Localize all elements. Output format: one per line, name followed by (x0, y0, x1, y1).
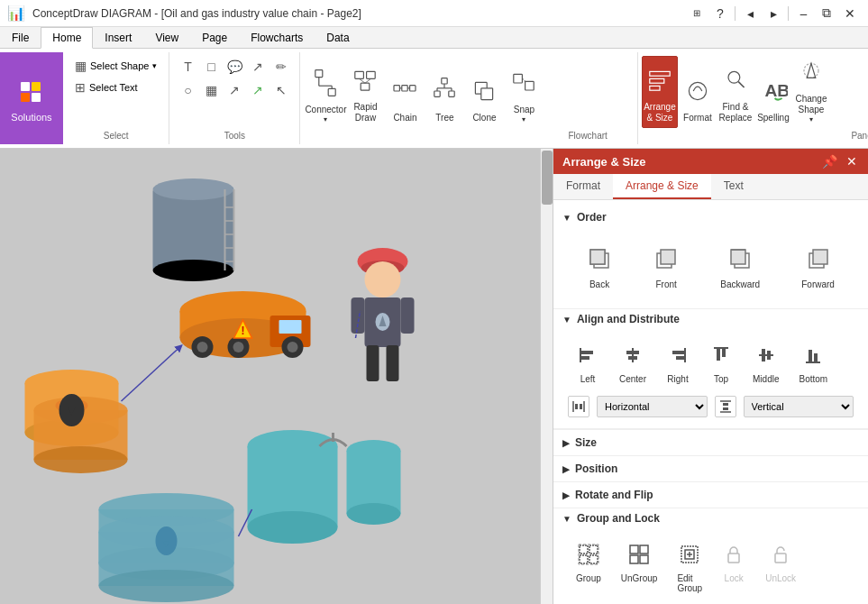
tab-view[interactable]: View (143, 27, 190, 49)
distribute-h-select[interactable]: Horizontal Vertical (597, 396, 708, 417)
group-section-header[interactable]: ▼ Group and Lock (553, 508, 868, 528)
tab-insert[interactable]: Insert (93, 27, 143, 49)
tool-grid-btn[interactable]: ▦ (200, 79, 222, 101)
arrange-size-btn[interactable]: Arrange& Size (642, 56, 678, 128)
rapid-draw-btn[interactable]: RapidDraw (347, 56, 383, 128)
format-btn[interactable]: Format (680, 56, 716, 128)
position-section: ▶ Position (553, 455, 868, 481)
nav-back-btn[interactable]: ◂ (739, 3, 761, 24)
order-backward-btn[interactable]: Backward (712, 242, 768, 294)
tool-callout-btn[interactable]: 💬 (224, 56, 245, 78)
tool-curve-btn[interactable]: ↗ (247, 79, 269, 101)
align-top-btn[interactable]: Top (701, 340, 741, 389)
svg-rect-3 (32, 93, 41, 102)
align-center-btn[interactable]: Center (611, 340, 654, 389)
find-replace-btn[interactable]: Find &Replace (717, 56, 754, 128)
help-btn[interactable]: ? (709, 3, 731, 24)
align-right-btn[interactable]: Right (658, 340, 698, 389)
rotate-section-header[interactable]: ▶ Rotate and Flip (553, 482, 868, 508)
order-back-btn[interactable]: Back (579, 242, 620, 294)
tool-ellipse-btn[interactable]: ○ (177, 79, 198, 101)
panel-pin-btn[interactable]: 📌 (820, 154, 839, 169)
edit-group-btn[interactable]: EditGroup (669, 539, 710, 598)
align-top-icon (710, 344, 732, 371)
svg-rect-15 (402, 86, 407, 91)
distribute-h-icon (568, 396, 589, 417)
unlock-btn[interactable]: UnLock (757, 539, 804, 598)
svg-point-35 (728, 71, 740, 83)
order-front-btn[interactable]: Front (645, 242, 687, 294)
connector-btn[interactable]: Connector ▾ (307, 56, 343, 128)
svg-rect-21 (449, 91, 454, 96)
svg-point-95 (99, 570, 234, 602)
select-text-btn[interactable]: ⊞ Select Text (70, 78, 161, 97)
align-section-header[interactable]: ▼ Align and Distribute (553, 309, 868, 329)
tool-line-btn[interactable]: ↗ (247, 56, 269, 78)
tab-data[interactable]: Data (315, 27, 361, 49)
svg-rect-109 (813, 250, 827, 264)
tool-arrow-btn[interactable]: ↗ (224, 79, 245, 101)
tab-page[interactable]: Page (190, 27, 239, 49)
align-middle-btn[interactable]: Middle (745, 340, 787, 389)
align-arrow-icon: ▼ (562, 315, 571, 325)
connector-dropdown-icon: ▾ (324, 115, 327, 124)
tool-pen-btn[interactable]: ✏ (270, 56, 292, 78)
snap-btn[interactable]: Snap ▾ (506, 56, 542, 128)
minimize-btn[interactable]: ‒ (792, 3, 814, 24)
order-section-title: Order (577, 211, 607, 224)
window-title: ConceptDraw DIAGRAM - [Oil and gas indus… (32, 7, 361, 20)
order-forward-btn[interactable]: Forward (793, 242, 843, 294)
align-left-btn[interactable]: Left (568, 340, 608, 389)
align-bottom-btn[interactable]: Bottom (790, 340, 836, 389)
tool-text-btn[interactable]: T (177, 56, 198, 78)
tab-file[interactable]: File (0, 27, 41, 49)
restore-btn[interactable]: ⧉ (816, 3, 837, 24)
position-section-header[interactable]: ▶ Position (553, 456, 868, 481)
svg-text:ABC: ABC (764, 81, 788, 100)
window-options-btn[interactable]: ⊞ (686, 3, 708, 24)
ungroup-btn[interactable]: UnGroup (613, 539, 666, 598)
panel-close-btn[interactable]: ✕ (845, 154, 859, 169)
change-shape-btn[interactable]: ChangeShape ▾ (793, 56, 829, 128)
canvas-scrollbar-v[interactable] (540, 149, 553, 604)
nav-fwd-btn[interactable]: ▸ (763, 3, 784, 24)
tree-btn[interactable]: Tree (426, 56, 462, 128)
svg-rect-139 (589, 555, 598, 563)
clone-btn[interactable]: Clone (466, 56, 502, 128)
tool-rect-btn[interactable]: □ (200, 56, 222, 78)
spelling-btn[interactable]: ABC Spelling (755, 56, 791, 128)
panels-section-footer: Panels (831, 127, 868, 141)
chain-btn[interactable]: Chain (387, 56, 423, 128)
svg-rect-144 (640, 555, 648, 563)
lock-btn[interactable]: Lock (714, 539, 754, 598)
panel-tab-arrange[interactable]: Arrange & Size (613, 174, 711, 199)
svg-rect-126 (809, 350, 812, 362)
size-section-title: Size (575, 436, 597, 449)
group-btn[interactable]: Group (568, 539, 609, 598)
tool-pointer-btn[interactable]: ↖ (270, 79, 292, 101)
distribute-v-select[interactable]: Vertical Horizontal (744, 396, 854, 417)
svg-rect-19 (442, 78, 447, 84)
canvas-scroll-thumb[interactable] (542, 151, 553, 205)
ribbon: File Home Insert View Page Flowcharts Da… (0, 27, 868, 149)
svg-rect-4 (315, 70, 323, 78)
order-buttons: Back Front (568, 234, 854, 301)
tab-home[interactable]: Home (41, 27, 93, 49)
size-arrow-icon: ▶ (562, 438, 570, 448)
order-front-icon (653, 246, 679, 276)
size-section-header[interactable]: ▶ Size (553, 430, 868, 455)
order-section-header[interactable]: ▼ Order (553, 207, 868, 227)
app-icon: 📊 (7, 5, 25, 22)
solutions-button[interactable]: Solutions (0, 52, 63, 144)
panel-tab-text[interactable]: Text (711, 174, 756, 199)
svg-rect-29 (525, 81, 535, 90)
canvas-area[interactable]: ! (0, 149, 553, 604)
close-btn[interactable]: ✕ (839, 3, 861, 24)
arrange-size-label: Arrange& Size (644, 102, 676, 124)
tab-flowcharts[interactable]: Flowcharts (239, 27, 315, 49)
svg-line-12 (360, 78, 365, 83)
connector-icon (311, 69, 340, 103)
panel-tab-format[interactable]: Format (553, 174, 613, 199)
select-shape-btn[interactable]: ▦ Select Shape ▾ (70, 56, 161, 76)
flowchart-group: Connector ▾ RapidDraw (300, 52, 638, 144)
